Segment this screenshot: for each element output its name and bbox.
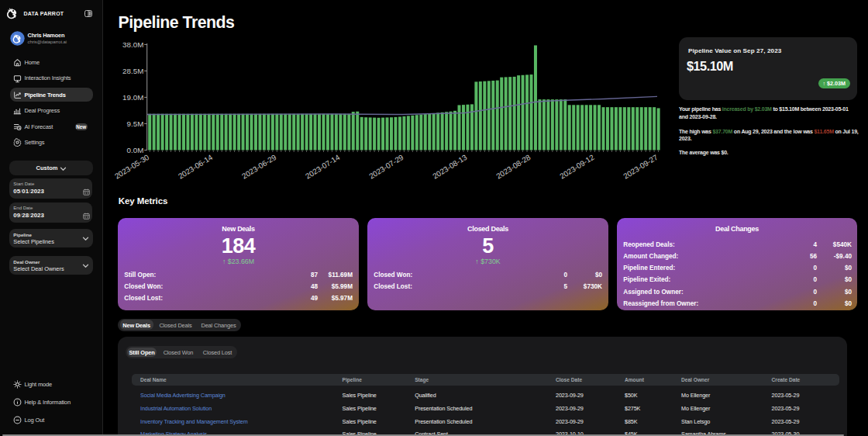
svg-text:2023-07-14: 2023-07-14 [304, 153, 342, 181]
svg-text:38.0M: 38.0M [122, 40, 143, 49]
svg-text:2023-09-27: 2023-09-27 [622, 153, 659, 181]
svg-text:2023-08-13: 2023-08-13 [431, 153, 469, 181]
svg-text:28.5M: 28.5M [122, 67, 143, 75]
svg-text:2023-08-28: 2023-08-28 [494, 153, 532, 181]
svg-text:2023-06-29: 2023-06-29 [240, 153, 277, 181]
svg-text:2023-05-30: 2023-05-30 [113, 153, 151, 181]
svg-text:2023-07-29: 2023-07-29 [367, 153, 405, 181]
svg-text:2023-06-14: 2023-06-14 [177, 153, 215, 181]
svg-text:19.0M: 19.0M [122, 93, 143, 102]
svg-text:2023-09-12: 2023-09-12 [558, 153, 595, 181]
svg-text:9.5M: 9.5M [127, 119, 144, 128]
svg-text:0.0M: 0.0M [127, 146, 144, 154]
